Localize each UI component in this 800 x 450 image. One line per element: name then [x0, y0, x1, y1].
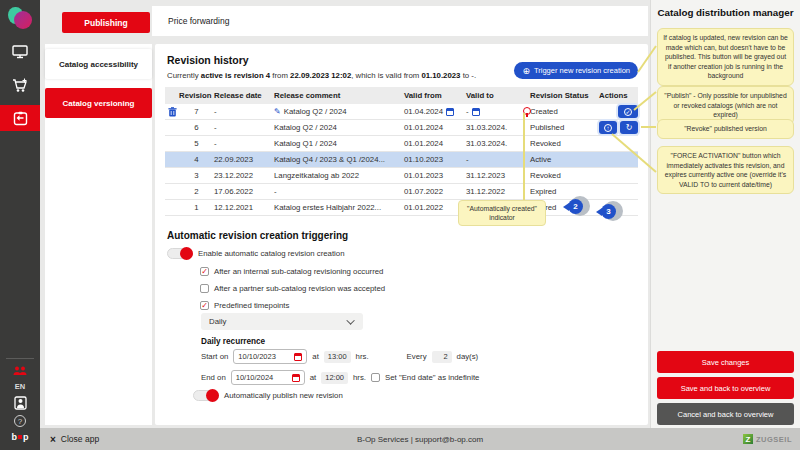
trigger-button-label: Trigger new revision creation	[534, 66, 630, 75]
app-sidebar: EN ? b p	[0, 0, 40, 450]
app-logo	[8, 7, 32, 31]
delete-revision-button[interactable]	[165, 107, 179, 117]
calendar-icon[interactable]	[294, 353, 302, 361]
col-release-date: Release date	[214, 91, 274, 100]
cell-status: Expired	[530, 187, 599, 196]
cell-revision: 3	[179, 171, 214, 180]
calendar-icon[interactable]	[446, 108, 454, 116]
subtitle-text: from	[270, 71, 290, 80]
callout-badge-number: 3	[601, 204, 616, 219]
subtitle-text: , which is valid from	[351, 71, 421, 80]
auto-publish-toggle[interactable]	[193, 390, 219, 401]
col-revision-status: Revision Status	[530, 91, 599, 100]
table-row-active[interactable]: 4 22.09.2023 Katalog Q4 / 2023 & Q1 /202…	[165, 152, 638, 168]
internal-subcatalog-label: After an internal sub-catalog revisionin…	[214, 267, 383, 276]
profile-icon	[14, 396, 27, 410]
trigger-new-revision-button[interactable]: ⊕ Trigger new revision creation	[514, 62, 638, 79]
save-changes-button[interactable]: Save changes	[657, 351, 794, 373]
plus-circle-icon: ⊕	[522, 66, 530, 76]
cell-comment: Langzeitkatalog ab 2022	[274, 171, 359, 180]
trash-icon	[168, 107, 177, 117]
cell-valid-from: 01.04.2024	[404, 107, 443, 116]
team-icon	[12, 366, 28, 376]
every-days-input[interactable]: 2	[432, 351, 452, 363]
chevron-down-icon	[346, 316, 354, 324]
cancel-back-button[interactable]: Cancel and back to overview	[657, 403, 794, 425]
timepoint-frequency-select[interactable]: Daily	[201, 313, 363, 330]
zugseil-z-icon: Z	[743, 434, 753, 444]
force-activation-button[interactable]: ↻	[620, 121, 638, 134]
cell-revision: 1	[179, 203, 214, 212]
note-revoke: "Revoke" published version	[657, 119, 794, 139]
cart-icon	[12, 78, 28, 93]
internal-subcatalog-checkbox[interactable]: ✓	[200, 267, 209, 276]
cell-release-date: 23.12.2022	[214, 171, 274, 180]
cell-comment: Katalog Q2 / 2024	[274, 123, 337, 132]
cell-valid-from: 01.07.2022	[404, 187, 443, 196]
catalog-versioning-panel: Revision history Currently active is rev…	[155, 44, 648, 425]
hrs-label: hrs.	[356, 352, 369, 361]
revoke-icon: ↑	[604, 124, 612, 132]
cell-status: Revoked	[530, 171, 599, 180]
start-on-label: Start on	[201, 352, 228, 361]
subtitle-bold: 22.09.2023 12:02	[290, 71, 351, 80]
sidebar-item-profile[interactable]	[0, 394, 40, 412]
sidebar-item-team[interactable]	[0, 363, 40, 379]
cell-release-date: 17.06.2022	[214, 187, 274, 196]
cell-comment: Katalog erstes Halbjahr 2022...	[274, 203, 381, 212]
sidebar-item-catalog-distribution[interactable]	[0, 105, 40, 131]
cell-valid-to: 31.12.2022	[466, 187, 505, 196]
sidebar-item-help[interactable]: ?	[0, 414, 40, 428]
table-row[interactable]: 6 - Katalog Q2 / 2024 01.01.2024 31.03.2…	[165, 120, 638, 136]
col-revision: Revision	[179, 91, 214, 100]
auto-publish-label: Automatically publish new revision	[224, 391, 343, 400]
partner-subcatalog-label: After a partner sub-catalog revision was…	[214, 284, 385, 293]
indefinite-end-label: Set "End date" as indefinite	[385, 373, 479, 382]
revoke-button[interactable]: ↑	[599, 121, 617, 134]
cell-valid-from: 01.01.2024	[404, 123, 443, 132]
save-back-button[interactable]: Save and back to overview	[657, 377, 794, 399]
bop-logo-p: p	[23, 432, 29, 442]
bop-logo-dot	[18, 435, 22, 439]
end-time-input[interactable]: 12:00	[321, 372, 348, 384]
cell-comment: -	[274, 187, 277, 196]
table-row[interactable]: 7 - ✎Katalog Q2 / 2024 01.04.2024 - Crea…	[165, 104, 638, 120]
sidebar-item-monitor[interactable]	[0, 40, 40, 64]
start-time-input[interactable]: 13:00	[324, 351, 351, 363]
table-row[interactable]: 3 23.12.2022 Langzeitkatalog ab 2022 01.…	[165, 168, 638, 184]
indefinite-end-checkbox[interactable]	[371, 373, 380, 382]
subnav-catalog-versioning[interactable]: Catalog versioning	[45, 88, 152, 118]
auto-section-title: Automatic revision creation triggering	[167, 230, 348, 241]
start-date-value: 10/10/2023	[238, 352, 276, 361]
cell-comment: Katalog Q4 / 2023 & Q1 /2024...	[274, 155, 385, 164]
subnav-catalog-accessibility[interactable]: Catalog accessibility	[45, 49, 152, 79]
predefined-timepoints-checkbox[interactable]: ✓	[200, 301, 209, 310]
start-date-input[interactable]: 10/10/2023	[233, 349, 307, 364]
end-date-input[interactable]: 10/10/2024	[231, 370, 305, 385]
daily-recurrence-title: Daily recurrence	[201, 337, 265, 346]
cell-valid-from: 01.01.2024	[404, 139, 443, 148]
table-header-row: Revision Release date Release comment Va…	[165, 87, 638, 104]
language-switcher[interactable]: EN	[15, 382, 25, 391]
force-activation-icon: ↻	[626, 123, 633, 132]
sidebar-item-cart[interactable]	[0, 73, 40, 97]
table-row[interactable]: 5 - Katalog Q1 / 2024 01.01.2024 31.03.2…	[165, 136, 638, 152]
cell-revision: 2	[179, 187, 214, 196]
tab-price-forwarding[interactable]: Price forwarding	[168, 16, 229, 26]
edit-comment-icon[interactable]: ✎	[274, 107, 281, 116]
partner-subcatalog-checkbox[interactable]	[200, 284, 209, 293]
calendar-icon[interactable]	[472, 108, 480, 116]
tab-publishing[interactable]: Publishing	[62, 12, 150, 33]
subnav-panel: Catalog accessibility Catalog versioning	[45, 44, 152, 425]
bop-logo: b p	[12, 432, 29, 442]
publish-check-icon: ✓	[624, 108, 632, 116]
publish-button[interactable]: ✓	[618, 105, 638, 118]
enable-auto-toggle[interactable]	[167, 248, 193, 259]
zugseil-wordmark: ZUGSEIL	[756, 435, 792, 444]
cell-release-date: -	[214, 139, 274, 148]
hrs-label: hrs.	[353, 373, 366, 382]
callout-badge-2: 2	[568, 196, 590, 218]
monitor-icon	[12, 45, 28, 59]
subtitle-text: to -.	[460, 71, 476, 80]
calendar-icon[interactable]	[292, 374, 300, 382]
